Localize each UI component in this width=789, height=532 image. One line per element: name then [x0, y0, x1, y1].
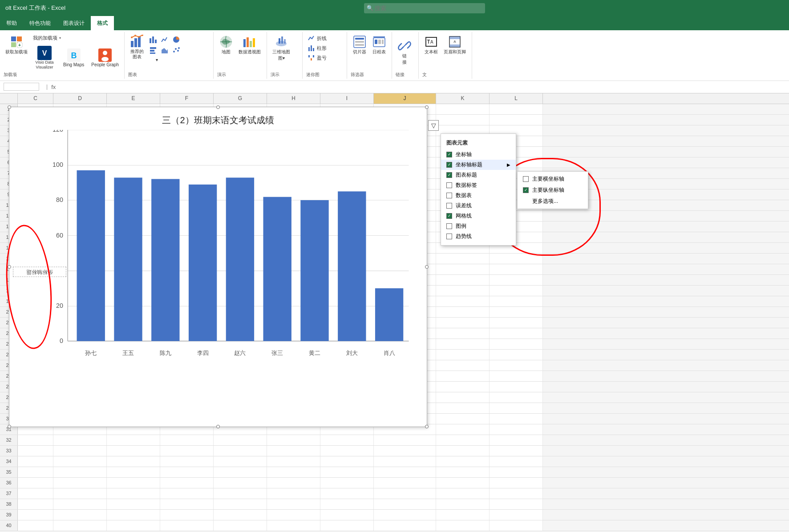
cell-32-6[interactable]	[320, 435, 374, 445]
cell-33-9[interactable]	[490, 446, 543, 456]
cell-37-6[interactable]	[320, 488, 374, 499]
cell-34-6[interactable]	[320, 456, 374, 467]
cell-28-9[interactable]	[490, 392, 543, 403]
col-G[interactable]: G	[214, 93, 267, 104]
people-graph-btn[interactable]: People Graph	[89, 47, 121, 68]
handle-bm[interactable]	[216, 425, 220, 428]
cell-40-2[interactable]	[107, 520, 160, 531]
cell-38-6[interactable]	[320, 499, 374, 509]
cell-39-0[interactable]	[18, 510, 53, 520]
cell-24-9[interactable]	[490, 350, 543, 360]
cell-35-2[interactable]	[107, 467, 160, 477]
cell-21-9[interactable]	[490, 318, 543, 328]
cell-36-1[interactable]	[53, 478, 107, 488]
pivot-chart-btn[interactable]: 数据透视图	[237, 34, 263, 56]
search-container[interactable]: 🔍	[364, 3, 485, 13]
cell-38-5[interactable]	[267, 499, 320, 509]
cell-40-3[interactable]	[160, 520, 214, 531]
cell-32-1[interactable]	[53, 435, 107, 445]
col-F[interactable]: F	[160, 93, 214, 104]
sub-panel-item-0[interactable]: 主要横坐标轴	[518, 173, 588, 185]
map-btn[interactable]: 地图	[217, 34, 235, 56]
get-addins-btn[interactable]: + 获取加载项	[4, 34, 29, 56]
cell-15-8[interactable]	[436, 254, 490, 264]
cell-40-1[interactable]	[53, 520, 107, 531]
cell-29-8[interactable]	[436, 403, 490, 413]
cell-34-7[interactable]	[374, 456, 436, 467]
col-C[interactable]: C	[18, 93, 53, 104]
cell-31-9[interactable]	[490, 424, 543, 435]
cell-35-8[interactable]	[436, 467, 490, 477]
cell-33-8[interactable]	[436, 446, 490, 456]
cell-16-8[interactable]	[436, 264, 490, 274]
cell-38-4[interactable]	[214, 499, 267, 509]
cell-37-0[interactable]	[18, 488, 53, 499]
cell-32-5[interactable]	[267, 435, 320, 445]
cell-18-8[interactable]	[436, 286, 490, 296]
cell-38-1[interactable]	[53, 499, 107, 509]
cell-39-6[interactable]	[320, 510, 374, 520]
cell-27-8[interactable]	[436, 382, 490, 392]
cell-34-8[interactable]	[436, 456, 490, 467]
cell-32-3[interactable]	[160, 435, 214, 445]
area-chart-btn[interactable]	[159, 45, 170, 55]
cell-17-8[interactable]	[436, 275, 490, 285]
col-K[interactable]: K	[436, 93, 490, 104]
checkbox-2[interactable]: ✓	[446, 172, 452, 178]
cell-35-4[interactable]	[214, 467, 267, 477]
chart-title[interactable]: 三（2）班期末语文考试成绩	[9, 107, 427, 130]
checkbox-6[interactable]: ✓	[446, 213, 452, 219]
my-addins-btn[interactable]: 我的加载项 ▾	[31, 34, 121, 42]
line-sparkline-btn[interactable]: 折线	[306, 34, 328, 43]
cell-39-8[interactable]	[436, 510, 490, 520]
cell-38-3[interactable]	[160, 499, 214, 509]
line-chart-btn[interactable]	[159, 35, 170, 44]
cell-37-2[interactable]	[107, 488, 160, 499]
cell-34-9[interactable]	[490, 456, 543, 467]
cell-22-9[interactable]	[490, 328, 543, 339]
textbox-btn[interactable]: A 文本框	[422, 34, 440, 56]
handle-bl[interactable]	[8, 425, 11, 428]
cell-19-8[interactable]	[436, 296, 490, 306]
cell-34-0[interactable]	[18, 456, 53, 467]
cell-34-2[interactable]	[107, 456, 160, 467]
cell-33-5[interactable]	[267, 446, 320, 456]
filter-btn[interactable]: ▽	[428, 120, 439, 131]
cell-36-4[interactable]	[214, 478, 267, 488]
cell-30-8[interactable]	[436, 414, 490, 424]
cell-33-2[interactable]	[107, 446, 160, 456]
cell-34-3[interactable]	[160, 456, 214, 467]
cell-33-3[interactable]	[160, 446, 214, 456]
cell-name-box[interactable]	[4, 83, 39, 91]
cell-36-2[interactable]	[107, 478, 160, 488]
cell-38-0[interactable]	[18, 499, 53, 509]
cell-34-5[interactable]	[267, 456, 320, 467]
link-btn[interactable]: 链接	[396, 38, 413, 66]
col-E[interactable]: E	[107, 93, 160, 104]
cell-39-2[interactable]	[107, 510, 160, 520]
cell-31-8[interactable]	[436, 424, 490, 435]
panel-item-8[interactable]: 趋势线	[441, 231, 516, 242]
cell-37-5[interactable]	[267, 488, 320, 499]
checkbox-8[interactable]	[446, 234, 452, 239]
timeline-btn[interactable]: 日程表	[370, 34, 388, 56]
visio-btn[interactable]: V Visio DataVisualizer	[31, 45, 58, 71]
panel-item-3[interactable]: 数据标签	[441, 180, 516, 190]
cell-35-0[interactable]	[18, 467, 53, 477]
scatter-chart-btn[interactable]	[171, 45, 182, 55]
cell-36-5[interactable]	[267, 478, 320, 488]
checkbox-5[interactable]	[446, 203, 452, 209]
cell-1-8[interactable]	[436, 104, 490, 114]
cell-37-1[interactable]	[53, 488, 107, 499]
cell-37-9[interactable]	[490, 488, 543, 499]
cell-32-7[interactable]	[374, 435, 436, 445]
cell-38-8[interactable]	[436, 499, 490, 509]
sub-checkbox-1[interactable]: ✓	[523, 187, 529, 193]
cell-37-7[interactable]	[374, 488, 436, 499]
panel-item-0[interactable]: ✓ 坐标轴	[441, 149, 516, 160]
checkbox-4[interactable]	[446, 193, 452, 198]
cell-25-9[interactable]	[490, 360, 543, 371]
cell-27-9[interactable]	[490, 382, 543, 392]
chart-container[interactable]: 三（2）班期末语文考试成绩 坐标轴标题	[9, 107, 427, 427]
panel-item-4[interactable]: 数据表	[441, 190, 516, 201]
